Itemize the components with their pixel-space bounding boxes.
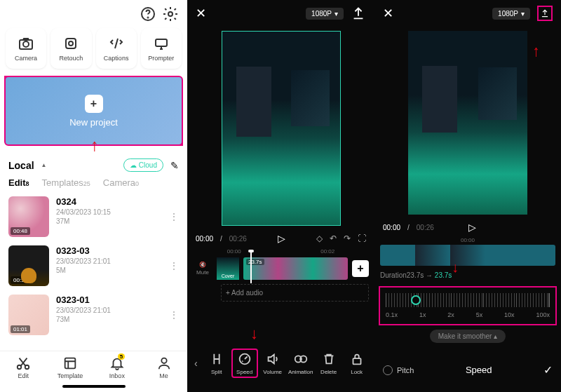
cover-button[interactable]: Cover (217, 257, 239, 280)
fullscreen-icon[interactable]: ⛶ (358, 234, 366, 243)
clip-track[interactable]: 23.7s (243, 257, 348, 280)
project-size: 37M (56, 217, 162, 225)
editor-panel: ✕ 1080P ▾ 00:00 / 00:26 ▷ ◇ ↶ ↷ ⛶ 00:00 … (187, 0, 374, 392)
captions-button[interactable]: Captions (96, 28, 137, 69)
resolution-button[interactable]: 1080P ▾ (306, 8, 344, 20)
captions-icon (108, 35, 125, 52)
tab-camera[interactable]: Camera0 (103, 177, 139, 188)
mute-icon: 🔇 (199, 262, 206, 268)
volume-icon (265, 351, 280, 367)
camera-button[interactable]: Camera (6, 28, 46, 69)
project-item[interactable]: 01:01 0323-01 23/03/2023 21:01 73M ⋮ (0, 290, 187, 339)
settings-icon[interactable] (162, 6, 179, 22)
nav-template[interactable]: Template (47, 356, 94, 379)
tl-mark: 00:02 (320, 248, 334, 255)
animation-icon (293, 351, 309, 367)
cloud-button[interactable]: ☁ Cloud (123, 158, 163, 172)
add-audio-button[interactable]: + Add audio (221, 284, 369, 302)
close-icon[interactable]: ✕ (383, 6, 393, 21)
playback-row: 00:00 / 00:26 ▷ (374, 219, 561, 236)
project-list: 00:48 0324 24/03/2023 10:15 37M ⋮ 00:16 … (0, 192, 187, 351)
svg-point-4 (23, 41, 29, 47)
edit-icon[interactable]: ✎ (170, 160, 179, 171)
split-icon (209, 351, 224, 367)
nav-label: Me (159, 372, 168, 379)
editor-header: ✕ 1080P ▾ (187, 0, 374, 27)
svg-point-1 (148, 18, 149, 18)
export-icon[interactable] (351, 6, 366, 21)
tab-edit[interactable]: Edit8 (8, 177, 29, 188)
duration-badge: 00:48 (11, 227, 30, 235)
help-icon[interactable] (140, 6, 156, 22)
nav-edit[interactable]: Edit (0, 356, 47, 379)
project-date: 23/03/2023 21:01 (56, 257, 162, 265)
redo-icon[interactable]: ↷ (344, 234, 351, 243)
lock-button[interactable]: Lock (344, 351, 370, 375)
play-icon[interactable]: ▷ (278, 233, 285, 244)
new-project-label: New project (69, 117, 118, 128)
retouch-button[interactable]: Retouch (50, 28, 91, 69)
animation-button[interactable]: Animation (288, 351, 314, 375)
more-icon[interactable]: ⋮ (169, 309, 179, 320)
home-panel: Camera Retouch Captions Prompter + New p… (0, 0, 187, 392)
speed-slider[interactable] (386, 293, 550, 307)
current-time: 00:00 (383, 224, 400, 231)
speed-mark: 5x (476, 311, 483, 318)
speed-mark: 0.1x (386, 311, 398, 318)
keyframe-icon[interactable]: ◇ (316, 234, 323, 243)
playhead[interactable] (250, 252, 252, 283)
project-item[interactable]: 00:16 0323-03 23/03/2023 21:01 5M ⋮ (0, 241, 187, 290)
svg-rect-15 (353, 358, 360, 364)
thumbnail: 01:01 (8, 295, 49, 335)
badge: 5 (118, 353, 125, 360)
close-icon[interactable]: ✕ (196, 6, 206, 21)
volume-button[interactable]: Volume (259, 351, 286, 375)
play-icon[interactable]: ▷ (468, 222, 476, 233)
export-icon[interactable] (537, 6, 553, 21)
nav-label: Edit (18, 372, 29, 379)
svg-point-9 (25, 365, 29, 370)
delete-button[interactable]: Delete (316, 351, 342, 375)
speed-icon (237, 351, 252, 367)
project-size: 73M (56, 316, 162, 323)
nav-label: Inbox (109, 372, 125, 379)
mute-button[interactable]: 🔇 Mute (193, 262, 212, 276)
video-preview[interactable] (222, 31, 341, 226)
pitch-checkbox[interactable]: Pitch (383, 365, 414, 375)
back-icon[interactable]: ‹ (190, 358, 202, 369)
clip-track[interactable] (380, 245, 555, 266)
tool-row: Camera Retouch Captions Prompter (0, 28, 187, 69)
resolution-button[interactable]: 1080P ▾ (492, 8, 530, 20)
slider-knob[interactable] (411, 295, 421, 305)
svg-point-6 (69, 41, 73, 46)
project-date: 23/03/2023 21:01 (56, 306, 162, 314)
more-icon[interactable]: ⋮ (169, 260, 179, 271)
smoother-button[interactable]: Make it smoother ▴ (430, 330, 506, 343)
template-icon (62, 356, 78, 371)
speed-button[interactable]: Speed (231, 349, 258, 378)
camera-icon (18, 35, 34, 52)
tab-templates[interactable]: Templates25 (42, 177, 90, 188)
confirm-icon[interactable]: ✓ (543, 363, 553, 377)
split-button[interactable]: Split (203, 351, 230, 375)
svg-point-11 (161, 358, 166, 363)
edit-toolbar: ‹ Split Speed Volume Animation Delete Lo… (187, 344, 374, 392)
total-time: 00:26 (417, 224, 434, 231)
project-name: 0323-01 (56, 295, 162, 305)
scissors-icon (15, 356, 31, 371)
home-header (0, 0, 187, 28)
prompter-button[interactable]: Prompter (141, 28, 182, 69)
project-item[interactable]: 00:48 0324 24/03/2023 10:15 37M ⋮ (0, 192, 187, 241)
captions-label: Captions (104, 55, 129, 62)
nav-inbox[interactable]: 5 Inbox (94, 356, 141, 379)
circle-icon (383, 365, 393, 375)
more-icon[interactable]: ⋮ (169, 211, 179, 222)
nav-label: Template (58, 372, 83, 379)
pitch-label: Pitch (397, 366, 414, 374)
video-preview[interactable] (408, 31, 527, 215)
undo-icon[interactable]: ↶ (330, 234, 337, 243)
nav-me[interactable]: Me (140, 356, 187, 379)
add-clip-button[interactable]: + (352, 260, 369, 277)
speed-slider-box: 0.1x 1x 2x 5x 10x 100x (379, 286, 557, 325)
chevron-up-icon[interactable]: ▲ (41, 162, 47, 168)
